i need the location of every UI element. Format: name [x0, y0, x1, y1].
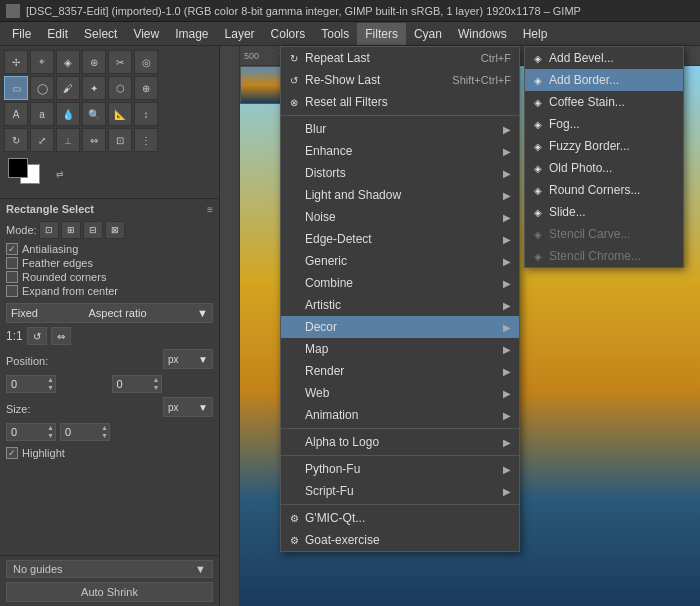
pos-x-down[interactable]: ▼	[47, 384, 54, 392]
menu-noise[interactable]: Noise ▶	[281, 206, 519, 228]
menu-tools[interactable]: Tools	[313, 23, 357, 45]
decor-fuzzy-border[interactable]: ◈ Fuzzy Border...	[525, 135, 683, 157]
tool-shear[interactable]: ⟂	[56, 128, 80, 152]
menu-alpha-to-logo[interactable]: Alpha to Logo ▶	[281, 431, 519, 453]
feather-checkbox[interactable]	[6, 257, 18, 269]
pos-y-up[interactable]: ▲	[153, 376, 160, 384]
mode-add[interactable]: ⊞	[61, 221, 81, 239]
menu-web[interactable]: Web ▶	[281, 382, 519, 404]
decor-round-corners[interactable]: ◈ Round Corners...	[525, 179, 683, 201]
tool-free-select[interactable]: ⌖	[30, 50, 54, 74]
menu-edit[interactable]: Edit	[39, 23, 76, 45]
menu-map[interactable]: Map ▶	[281, 338, 519, 360]
menu-reset-filters[interactable]: ⊗ Reset all Filters	[281, 91, 519, 113]
menu-filters[interactable]: Filters	[357, 23, 406, 45]
tool-measure[interactable]: 📐	[108, 102, 132, 126]
tool-text[interactable]: A	[4, 102, 28, 126]
decor-coffee-stain[interactable]: ◈ Coffee Stain...	[525, 91, 683, 113]
menu-windows[interactable]: Windows	[450, 23, 515, 45]
menu-gmic[interactable]: ⚙ G'MIC-Qt...	[281, 507, 519, 529]
menu-enhance[interactable]: Enhance ▶	[281, 140, 519, 162]
menu-view[interactable]: View	[125, 23, 167, 45]
menu-light-shadow[interactable]: Light and Shadow ▶	[281, 184, 519, 206]
tool-paint[interactable]: 🖌	[56, 76, 80, 100]
tool-ellipse[interactable]: ◯	[30, 76, 54, 100]
antialiasing-checkbox[interactable]	[6, 243, 18, 255]
menu-cyan[interactable]: Cyan	[406, 23, 450, 45]
menu-reshow-last[interactable]: ↺ Re-Show Last Shift+Ctrl+F	[281, 69, 519, 91]
menu-script-fu[interactable]: Script-Fu ▶	[281, 480, 519, 502]
size-y-input[interactable]: 0 ▲ ▼	[60, 423, 110, 441]
size-x-up[interactable]: ▲	[47, 424, 54, 432]
tool-font[interactable]: a	[30, 102, 54, 126]
mode-intersect[interactable]: ⊠	[105, 221, 125, 239]
size-y-up[interactable]: ▲	[101, 424, 108, 432]
pos-x-up[interactable]: ▲	[47, 376, 54, 384]
size-x-down[interactable]: ▼	[47, 432, 54, 440]
menu-render[interactable]: Render ▶	[281, 360, 519, 382]
highlight-checkbox[interactable]	[6, 447, 18, 459]
menu-edge-detect[interactable]: Edge-Detect ▶	[281, 228, 519, 250]
size-y-down[interactable]: ▼	[101, 432, 108, 440]
menu-combine[interactable]: Combine ▶	[281, 272, 519, 294]
tool-perspective[interactable]: ⬡	[108, 76, 132, 100]
size-x-arrows[interactable]: ▲ ▼	[47, 424, 54, 440]
expand-center-checkbox[interactable]	[6, 285, 18, 297]
ratio-reset-btn[interactable]: ↺	[27, 327, 47, 345]
decor-slide[interactable]: ◈ Slide...	[525, 201, 683, 223]
no-guides-dropdown[interactable]: No guides ▼	[6, 560, 213, 578]
menu-artistic[interactable]: Artistic ▶	[281, 294, 519, 316]
rounded-corners-checkbox[interactable]	[6, 271, 18, 283]
tool-clone[interactable]: ⊕	[134, 76, 158, 100]
mode-subtract[interactable]: ⊟	[83, 221, 103, 239]
menu-image[interactable]: Image	[167, 23, 216, 45]
size-x-input[interactable]: 0 ▲ ▼	[6, 423, 56, 441]
decor-add-border[interactable]: ◈ Add Border...	[525, 69, 683, 91]
tool-pointer[interactable]: ✢	[4, 50, 28, 74]
menu-colors[interactable]: Colors	[263, 23, 314, 45]
tool-crop[interactable]: ⊡	[108, 128, 132, 152]
decor-old-photo[interactable]: ◈ Old Photo...	[525, 157, 683, 179]
foreground-color[interactable]	[8, 158, 28, 178]
tool-magnify[interactable]: 🔍	[82, 102, 106, 126]
menu-generic[interactable]: Generic ▶	[281, 250, 519, 272]
pos-x-input[interactable]: 0 ▲ ▼	[6, 375, 56, 393]
menu-layer[interactable]: Layer	[217, 23, 263, 45]
tool-scale[interactable]: ⤢	[30, 128, 54, 152]
tool-scissors[interactable]: ✂	[108, 50, 132, 74]
size-y-arrows[interactable]: ▲ ▼	[101, 424, 108, 440]
menu-python-fu[interactable]: Python-Fu ▶	[281, 458, 519, 480]
menu-file[interactable]: File	[4, 23, 39, 45]
menu-help[interactable]: Help	[515, 23, 556, 45]
fixed-dropdown[interactable]: Fixed Aspect ratio ▼	[6, 303, 213, 323]
tool-eyedropper[interactable]: 💧	[56, 102, 80, 126]
pos-y-down[interactable]: ▼	[153, 384, 160, 392]
pos-y-arrows[interactable]: ▲ ▼	[153, 376, 160, 392]
tool-fuzzy-select[interactable]: ◈	[56, 50, 80, 74]
tool-rotate[interactable]: ↻	[4, 128, 28, 152]
menu-repeat-last[interactable]: ↻ Repeat Last Ctrl+F	[281, 47, 519, 69]
position-unit-dropdown[interactable]: px ▼	[163, 349, 213, 369]
tool-align[interactable]: ⋮	[134, 128, 158, 152]
tool-heal[interactable]: ✦	[82, 76, 106, 100]
menu-blur[interactable]: Blur ▶	[281, 118, 519, 140]
auto-shrink-button[interactable]: Auto Shrink	[6, 582, 213, 602]
tool-rect-select[interactable]: ▭	[4, 76, 28, 100]
swatch-area[interactable]	[8, 158, 44, 190]
menu-distorts[interactable]: Distorts ▶	[281, 162, 519, 184]
size-unit-dropdown[interactable]: px ▼	[163, 397, 213, 417]
mode-replace[interactable]: ⊡	[39, 221, 59, 239]
tool-color-select[interactable]: ⊛	[82, 50, 106, 74]
pos-x-arrows[interactable]: ▲ ▼	[47, 376, 54, 392]
menu-goat-exercise[interactable]: ⚙ Goat-exercise	[281, 529, 519, 551]
tool-transform[interactable]: ↕	[134, 102, 158, 126]
tool-foreground-select[interactable]: ◎	[134, 50, 158, 74]
decor-fog[interactable]: ◈ Fog...	[525, 113, 683, 135]
decor-add-bevel[interactable]: ◈ Add Bevel...	[525, 47, 683, 69]
ratio-swap-btn[interactable]: ⇔	[51, 327, 71, 345]
tool-flip[interactable]: ⇔	[82, 128, 106, 152]
pos-y-input[interactable]: 0 ▲ ▼	[112, 375, 162, 393]
menu-decor[interactable]: Decor ▶	[281, 316, 519, 338]
menu-animation[interactable]: Animation ▶	[281, 404, 519, 426]
options-icon[interactable]: ≡	[207, 204, 213, 215]
